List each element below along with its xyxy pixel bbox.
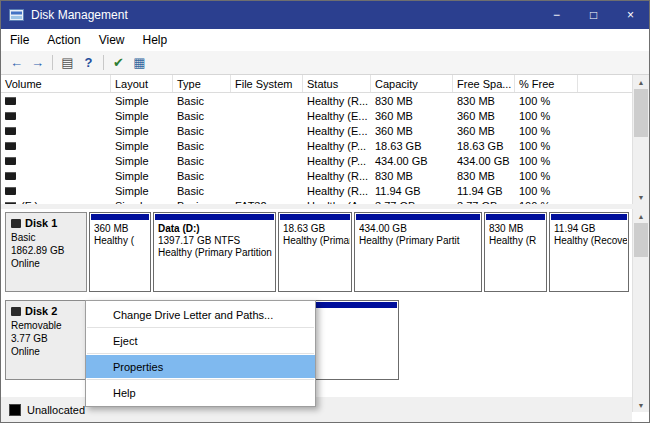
cell-status: Healthy (E... xyxy=(303,110,371,122)
disk-kind: Removable xyxy=(11,319,81,332)
cell-free: 360 MB xyxy=(453,125,515,137)
cell-layout: Simple xyxy=(111,125,173,137)
disk-block-disk-1: Disk 1Basic1862.89 GBOnline360 MBHealthy… xyxy=(5,212,645,292)
scroll-down-icon[interactable]: ▼ xyxy=(633,190,649,204)
cell-capacity: 830 MB xyxy=(371,170,453,182)
partition-line: Healthy (Recove xyxy=(554,235,627,247)
table-row[interactable]: SimpleBasicHealthy (P...434.00 GB434.00 … xyxy=(1,153,649,168)
titlebar[interactable]: Disk Management − □ × xyxy=(1,1,649,29)
volume-icon xyxy=(5,112,16,120)
partition-color-bar xyxy=(356,214,480,220)
cell-pct: 100 % xyxy=(515,185,578,197)
cell-volume xyxy=(1,127,111,135)
pane-scrollbar[interactable]: ▲ ▼ xyxy=(632,209,649,412)
forward-icon[interactable]: → xyxy=(27,53,48,72)
menu-file[interactable]: File xyxy=(1,29,38,51)
partition[interactable]: 360 MBHealthy ( xyxy=(89,212,151,292)
close-button[interactable]: × xyxy=(612,1,649,29)
cell-type: Basic xyxy=(173,155,231,167)
help-icon[interactable]: ? xyxy=(78,53,99,72)
table-row[interactable]: SimpleBasicHealthy (P...18.63 GB18.63 GB… xyxy=(1,138,649,153)
minimize-button[interactable]: − xyxy=(538,1,575,29)
partition-label: Data (D:) xyxy=(158,223,274,235)
menu-item-eject[interactable]: Eject xyxy=(86,329,315,352)
column-header-layout[interactable]: Layout xyxy=(111,75,173,92)
menu-view[interactable]: View xyxy=(90,29,134,51)
volume-icon xyxy=(5,187,16,195)
unallocated-swatch xyxy=(9,404,21,416)
column-header-status[interactable]: Status xyxy=(303,75,371,92)
menu-action[interactable]: Action xyxy=(38,29,89,51)
partition-line: Healthy (Primary xyxy=(283,235,350,247)
scrollbar-thumb[interactable] xyxy=(634,223,648,257)
grid-icon[interactable]: ▦ xyxy=(129,53,150,72)
volume-icon xyxy=(5,127,16,135)
partition-line: 1397.17 GB NTFS xyxy=(158,235,274,247)
menu-item-help[interactable]: Help xyxy=(86,381,315,404)
cell-volume xyxy=(1,172,111,180)
cell-volume xyxy=(1,112,111,120)
scrollbar-thumb[interactable] xyxy=(634,89,648,137)
partition-color-bar xyxy=(486,214,545,220)
disk-size: 3.77 GB xyxy=(11,332,81,345)
console-window-icon[interactable]: ▤ xyxy=(57,53,78,72)
column-header-type[interactable]: Type xyxy=(173,75,231,92)
cell-volume xyxy=(1,187,111,195)
table-row[interactable]: SimpleBasicHealthy (R...830 MB830 MB100 … xyxy=(1,168,649,183)
cell-status: Healthy (R... xyxy=(303,170,371,182)
cell-free: 434.00 GB xyxy=(453,155,515,167)
disk-name: Disk 2 xyxy=(11,305,81,318)
column-header-free[interactable]: % Free xyxy=(515,75,578,92)
cell-free: 360 MB xyxy=(453,110,515,122)
back-icon[interactable]: ← xyxy=(6,53,27,72)
partition[interactable]: 11.94 GBHealthy (Recove xyxy=(549,212,629,292)
menu-help[interactable]: Help xyxy=(134,29,177,51)
cell-pct: 100 % xyxy=(515,110,578,122)
toolbar-separator xyxy=(103,55,104,70)
table-row[interactable]: SimpleBasicHealthy (E...360 MB360 MB100 … xyxy=(1,108,649,123)
cell-layout: Simple xyxy=(111,185,173,197)
scroll-down-icon[interactable]: ▼ xyxy=(633,398,649,412)
disk-management-window: Disk Management − □ × FileActionViewHelp… xyxy=(0,0,650,423)
table-row[interactable]: SimpleBasicHealthy (R...830 MB830 MB100 … xyxy=(1,93,649,108)
scroll-up-icon[interactable]: ▲ xyxy=(633,209,649,223)
column-header-free-spa[interactable]: Free Spa... xyxy=(453,75,515,92)
disk-label[interactable]: Disk 2Removable3.77 GBOnline xyxy=(5,300,87,380)
menu-item-change-drive-letter-and-paths[interactable]: Change Drive Letter and Paths... xyxy=(86,303,315,326)
cell-volume xyxy=(1,142,111,150)
menu-item-properties[interactable]: Properties xyxy=(86,355,315,378)
cell-status: Healthy (R... xyxy=(303,95,371,107)
cell-capacity: 830 MB xyxy=(371,95,453,107)
table-row[interactable]: SimpleBasicHealthy (E...360 MB360 MB100 … xyxy=(1,123,649,138)
partition-text: 434.00 GBHealthy (Primary Partit xyxy=(359,223,480,247)
partition[interactable]: 830 MBHealthy (R xyxy=(484,212,547,292)
partition[interactable]: 18.63 GBHealthy (Primary xyxy=(278,212,352,292)
cell-layout: Simple xyxy=(111,170,173,182)
disk-kind: Basic xyxy=(11,231,81,244)
column-header-file-system[interactable]: File System xyxy=(231,75,303,92)
cell-status: Healthy (P... xyxy=(303,155,371,167)
cell-pct: 100 % xyxy=(515,140,578,152)
partition[interactable]: 434.00 GBHealthy (Primary Partit xyxy=(354,212,482,292)
cell-status: Healthy (E... xyxy=(303,125,371,137)
cell-type: Basic xyxy=(173,110,231,122)
window-title: Disk Management xyxy=(31,8,128,22)
column-header-volume[interactable]: Volume xyxy=(1,75,111,92)
list-scrollbar[interactable]: ▲ ▼ xyxy=(632,75,649,204)
partition[interactable]: Data (D:)1397.17 GB NTFSHealthy (Primary… xyxy=(153,212,276,292)
cell-type: Basic xyxy=(173,185,231,197)
maximize-button[interactable]: □ xyxy=(575,1,612,29)
disk-label[interactable]: Disk 1Basic1862.89 GBOnline xyxy=(5,212,87,292)
checklist-icon[interactable]: ✔ xyxy=(108,53,129,72)
disk-name-text: Disk 2 xyxy=(25,305,57,318)
partition-line: Healthy (Primary Partit xyxy=(359,235,480,247)
scroll-up-icon[interactable]: ▲ xyxy=(633,75,649,89)
column-header-capacity[interactable]: Capacity xyxy=(371,75,453,92)
table-row[interactable]: SimpleBasicHealthy (R...11.94 GB11.94 GB… xyxy=(1,183,649,198)
cell-layout: Simple xyxy=(111,110,173,122)
cell-pct: 100 % xyxy=(515,125,578,137)
cell-capacity: 434.00 GB xyxy=(371,155,453,167)
cell-free: 830 MB xyxy=(453,170,515,182)
cell-free: 830 MB xyxy=(453,95,515,107)
app-icon xyxy=(9,9,24,22)
